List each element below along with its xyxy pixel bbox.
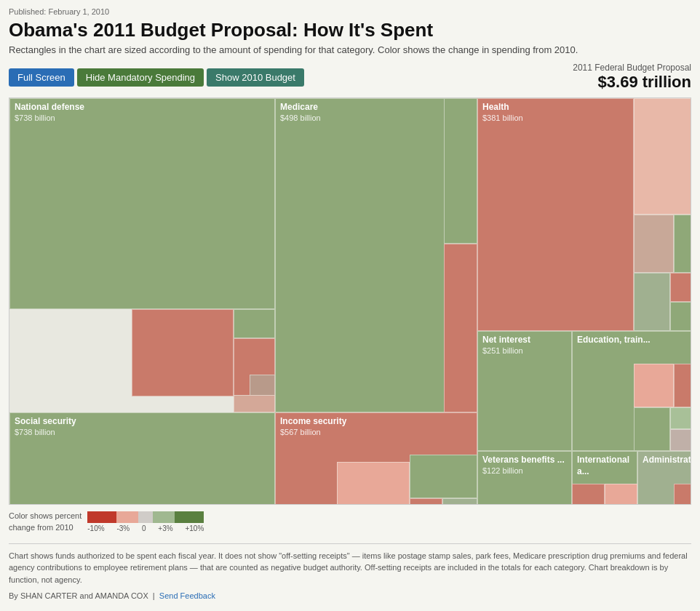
rect-education-sub4[interactable]: [670, 407, 691, 429]
rect-title-administration: Administratio...: [643, 455, 691, 466]
tick-minus10: -10%: [87, 524, 104, 532]
rect-national-defense-sub1[interactable]: [132, 309, 234, 396]
rect-value-net-interest: $251 billion: [482, 346, 567, 355]
rect-income-sub2[interactable]: [410, 455, 477, 498]
treemap-chart: National defense$738 billionMedicare$498…: [9, 97, 691, 505]
rect-medicare-sub1[interactable]: [444, 98, 477, 244]
rect-value-income-security: $567 billion: [280, 428, 472, 436]
legend-visual: -10% -3% 0 +3% +10%: [87, 511, 204, 532]
rect-education-sub5[interactable]: [670, 429, 691, 451]
toolbar-buttons: Full Screen Hide Mandatory Spending Show…: [9, 68, 304, 87]
legend-positive3: [153, 511, 175, 523]
rect-value-veterans: $122 billion: [482, 466, 567, 475]
rect-veterans[interactable]: Veterans benefits ...$122 billion: [477, 451, 572, 505]
legend-zero: [138, 511, 153, 523]
legend-title: Color shows percentchange from 2010: [9, 511, 81, 533]
rect-national-defense-sub3[interactable]: [234, 309, 275, 338]
rect-income-sub3[interactable]: [410, 498, 442, 505]
rect-social-security[interactable]: Social security$738 billion: [9, 412, 275, 505]
legend-bar: [87, 511, 204, 523]
tick-plus3: +3%: [158, 524, 172, 532]
rect-health-sub1[interactable]: [634, 98, 691, 215]
rect-title-income-security: Income security: [280, 416, 472, 428]
rect-title-veterans: Veterans benefits ...: [482, 455, 567, 466]
rect-education-sub3[interactable]: [634, 407, 670, 451]
budget-total: 2011 Federal Budget Proposal $3.69 trill…: [573, 63, 691, 92]
rect-national-defense[interactable]: National defense$738 billion: [9, 98, 275, 309]
legend-ticks: -10% -3% 0 +3% +10%: [87, 524, 204, 532]
rect-health-sub6[interactable]: [670, 302, 691, 331]
rect-education-sub2[interactable]: [674, 364, 691, 407]
rect-health[interactable]: Health$381 billion: [477, 98, 634, 331]
rect-medicare-sub2[interactable]: [444, 244, 477, 412]
rect-health-sub5[interactable]: [670, 273, 691, 302]
rect-title-social-security: Social security: [15, 416, 270, 428]
budget-amount: $3.69 trillion: [573, 73, 691, 92]
show-2010-button[interactable]: Show 2010 Budget: [207, 68, 304, 87]
fullscreen-button[interactable]: Full Screen: [9, 68, 74, 87]
page-subtitle: Rectangles in the chart are sized accord…: [9, 44, 691, 55]
rect-title-net-interest: Net interest: [482, 335, 567, 346]
rect-international-sub2[interactable]: [605, 484, 637, 505]
toolbar: Full Screen Hide Mandatory Spending Show…: [9, 63, 691, 92]
page-title: Obama's 2011 Budget Proposal: How It's S…: [9, 19, 691, 41]
rect-value-health: $381 billion: [482, 113, 629, 122]
hide-mandatory-button[interactable]: Hide Mandatory Spending: [77, 68, 204, 87]
rect-national-defense-sub5[interactable]: [234, 395, 275, 412]
rect-health-sub2[interactable]: [634, 215, 674, 273]
budget-label: 2011 Federal Budget Proposal: [573, 63, 691, 73]
footer-note: Chart shows funds authorized to be spent…: [9, 543, 691, 586]
rect-income-sub1[interactable]: [337, 462, 410, 505]
tick-minus3: -3%: [116, 524, 130, 532]
rect-net-interest[interactable]: Net interest$251 billion: [477, 331, 572, 451]
legend-negative10: [87, 511, 116, 523]
rect-health-sub4[interactable]: [634, 273, 670, 331]
rect-value-national-defense: $738 billion: [15, 113, 270, 122]
rect-title-education: Education, train...: [577, 335, 691, 346]
legend-area: Color shows percentchange from 2010 -10%…: [9, 505, 691, 539]
credit-text: By SHAN CARTER and AMANDA COX: [9, 591, 148, 600]
tick-plus10: +10%: [185, 524, 204, 532]
legend-negative3: [116, 511, 138, 523]
page-container: Published: February 1, 2010 Obama's 2011…: [0, 0, 700, 607]
rect-title-health: Health: [482, 102, 629, 113]
feedback-link[interactable]: Send Feedback: [159, 591, 215, 600]
rect-health-sub3[interactable]: [674, 215, 691, 273]
tick-zero: 0: [142, 524, 146, 532]
rect-income-sub4[interactable]: [442, 498, 477, 505]
rect-title-international: International a...: [577, 455, 632, 477]
footer-credit: By SHAN CARTER and AMANDA COX | Send Fee…: [9, 591, 691, 600]
rect-value-social-security: $738 billion: [15, 428, 270, 436]
rect-international-sub1[interactable]: [572, 484, 605, 505]
legend-positive10: [175, 511, 204, 523]
rect-education-sub1[interactable]: [634, 364, 674, 407]
rect-national-defense-sub4[interactable]: [250, 375, 275, 396]
rect-administration-sub1[interactable]: [674, 484, 691, 505]
published-date: Published: February 1, 2010: [9, 7, 691, 16]
rect-title-national-defense: National defense: [15, 102, 270, 113]
